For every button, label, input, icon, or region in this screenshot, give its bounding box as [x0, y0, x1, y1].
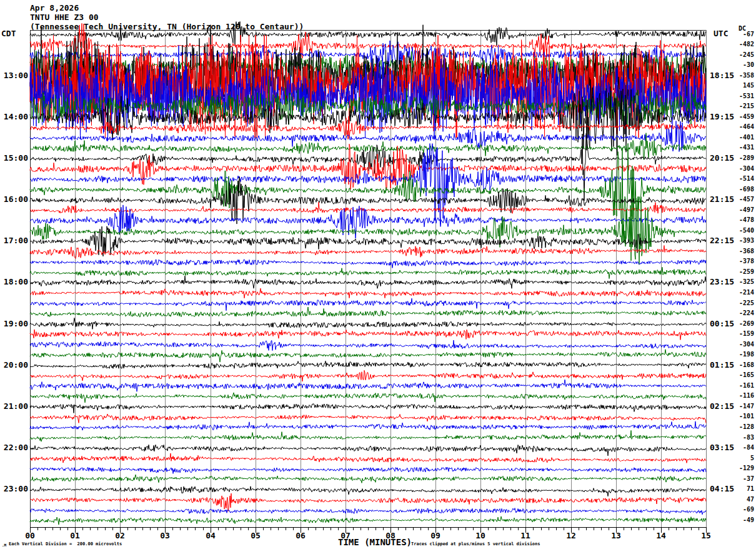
seismic-trace-1830 — [30, 298, 706, 311]
dc-offset-value: -304 — [732, 165, 754, 172]
seismogram-plot — [0, 0, 756, 554]
dc-offset-value: -269 — [732, 320, 754, 327]
dc-offset-value: -83 — [732, 434, 754, 441]
seismic-trace-1945 — [30, 350, 706, 362]
dc-offset-value: -67 — [732, 31, 754, 38]
x-tick-label: 06 — [292, 531, 309, 540]
dc-offset-value: -198 — [732, 351, 754, 358]
dc-offset-value: -478 — [732, 216, 754, 223]
dc-offset-value: -457 — [732, 196, 754, 203]
cdt-hour-label: 20:00 — [0, 360, 28, 370]
station-code-label: TNTU HHE Z3 00 — [30, 13, 304, 22]
clip-note: Traces clipped at plus/minus 5 vertical … — [411, 541, 540, 546]
dc-offset-value: 5 — [732, 455, 754, 461]
cdt-hour-label: 15:00 — [0, 153, 28, 163]
header: Apr 8,2026 TNTU HHE Z3 00 (Tennessee Tec… — [30, 3, 304, 31]
dc-offset-value: -289 — [732, 154, 754, 161]
x-tick-label: 01 — [66, 531, 84, 540]
dc-offset-value: -101 — [732, 413, 754, 420]
dc-offset-value: -540 — [732, 227, 754, 234]
dc-offset-value: -214 — [732, 289, 754, 296]
seismic-trace-2100 — [30, 404, 706, 413]
x-tick-label: 03 — [156, 531, 174, 540]
x-tick-label: 15 — [697, 531, 715, 540]
seismic-trace-2030 — [30, 380, 706, 391]
cdt-hour-label: 16:00 — [0, 194, 28, 204]
seismic-trace-1900 — [30, 318, 706, 329]
dc-offset-value: -116 — [732, 392, 754, 399]
dc-offset-value: -259 — [732, 268, 754, 275]
seismic-trace-1815 — [30, 288, 706, 298]
seismic-trace-1730 — [30, 259, 706, 268]
dc-offset-value: -69 — [732, 506, 754, 513]
dc-offset-value: 71 — [732, 485, 754, 492]
dc-offset-value: -245 — [732, 51, 754, 58]
seismic-trace-1515 — [30, 144, 706, 189]
dc-offset-value: -84 — [732, 444, 754, 451]
seismic-trace-2145 — [30, 430, 706, 441]
dc-offset-value: -215 — [732, 103, 754, 109]
dc-offset-value: -224 — [732, 310, 754, 316]
dc-offset-value: -30 — [732, 61, 754, 68]
cdt-hour-label: 23:00 — [0, 484, 28, 493]
dc-offset-value: -514 — [732, 175, 754, 182]
dc-offset-value: -459 — [732, 113, 754, 120]
x-tick-label: 02 — [111, 531, 129, 540]
seismic-trace-2330 — [30, 508, 706, 515]
x-tick-label: 10 — [472, 531, 489, 540]
x-tick-label: 14 — [652, 531, 670, 540]
x-tick-label: 05 — [247, 531, 264, 540]
x-tick-label: 12 — [562, 531, 580, 540]
dc-offset-value: -129 — [732, 465, 754, 471]
dc-offset-value: -128 — [732, 423, 754, 430]
dc-offset-value: -165 — [732, 371, 754, 378]
dc-offset-value: -401 — [732, 134, 754, 141]
seismic-trace-1645 — [30, 196, 706, 264]
seismic-trace-2200 — [30, 445, 706, 456]
watermark-glyph: .M — [2, 543, 6, 547]
seismic-trace-2015 — [30, 370, 706, 381]
dc-offset-value: -497 — [732, 206, 754, 213]
dc-offset-value: -482 — [732, 41, 754, 48]
seismic-trace-2230 — [30, 467, 706, 473]
dc-offset-value: -304 — [732, 341, 754, 348]
seismic-trace-2215 — [30, 453, 706, 463]
dc-offset-value: -325 — [732, 278, 754, 285]
seismic-trace-2115 — [30, 414, 706, 423]
dc-offset-value: -225 — [732, 300, 754, 306]
seismic-trace-2245 — [30, 475, 706, 483]
dc-offset-value: -378 — [732, 258, 754, 264]
right-timezone-label: UTC — [714, 29, 728, 38]
dc-offset-value: -37 — [732, 475, 754, 482]
seismic-trace-1845 — [30, 307, 706, 317]
seismic-trace-2045 — [30, 393, 706, 403]
dc-offset-value: -393 — [732, 237, 754, 244]
seismic-trace-1915 — [30, 330, 706, 340]
dc-offset-value: -431 — [732, 144, 754, 151]
dc-offset-value: -147 — [732, 403, 754, 410]
date-label: Apr 8,2026 — [30, 3, 304, 13]
dc-offset-value: -49 — [732, 516, 754, 523]
dc-offset-value: -159 — [732, 330, 754, 337]
seismic-trace-1930 — [30, 340, 706, 351]
cdt-hour-label: 14:00 — [0, 112, 28, 121]
cdt-hour-label: 18:00 — [0, 277, 28, 286]
seismic-trace-2000 — [30, 361, 706, 368]
dc-offset-value: -464 — [732, 123, 754, 130]
x-tick-label: 04 — [202, 531, 219, 540]
dc-offset-value: -368 — [732, 248, 754, 254]
dc-offset-value: -358 — [732, 72, 754, 79]
left-timezone-label: CDT — [1, 29, 16, 38]
seismic-trace-2315 — [30, 493, 706, 511]
x-tick-label: 13 — [607, 531, 625, 540]
cdt-hour-label: 22:00 — [0, 443, 28, 452]
station-description-label: (Tennessee Tech University, TN (Horizon … — [30, 22, 304, 31]
seismic-trace-2345 — [30, 516, 706, 525]
seismic-trace-2300 — [30, 486, 706, 496]
vertical-scale-note: Each Vertical Division = 200.00 microvol… — [9, 541, 122, 546]
seismic-trace-1745 — [30, 267, 706, 278]
dc-offset-value: -161 — [732, 382, 754, 389]
seismic-trace-1615 — [30, 202, 706, 213]
seismic-trace-1715 — [30, 246, 706, 259]
dc-offset-value: -531 — [732, 93, 754, 99]
